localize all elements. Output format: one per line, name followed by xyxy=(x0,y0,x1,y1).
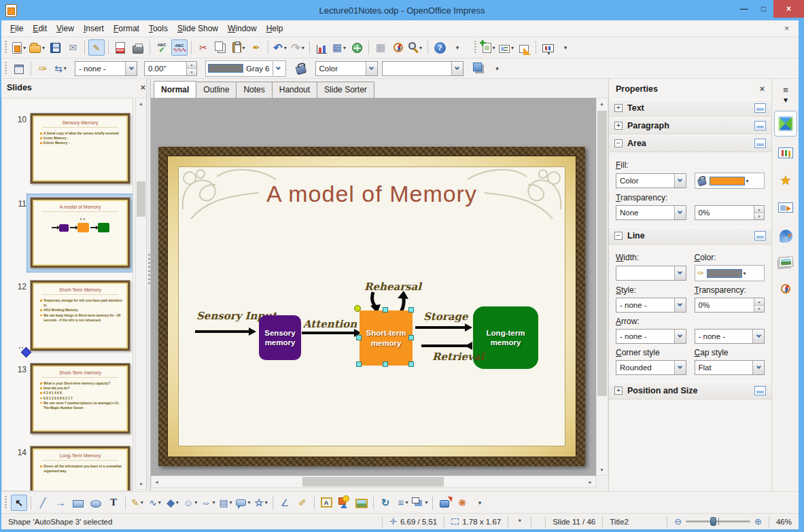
dropdown-arrow[interactable]: ▾ xyxy=(425,499,427,506)
spin-up-icon[interactable]: ▴ xyxy=(754,206,764,213)
chevron-down-icon[interactable] xyxy=(273,62,283,75)
section-area[interactable]: − Area xyxy=(609,135,771,152)
sensory-memory-box[interactable]: Sensory memory xyxy=(259,315,301,360)
copy-icon[interactable] xyxy=(213,39,229,56)
dropdown-arrow[interactable]: ▾ xyxy=(493,45,495,51)
toolbar-more-icon[interactable]: ▾ xyxy=(489,60,506,77)
selection-handle[interactable] xyxy=(356,335,362,340)
print-icon[interactable] xyxy=(130,39,146,56)
vertical-scrollbar[interactable]: ▴ ▾ xyxy=(596,98,608,476)
alignment-icon[interactable]: ≡▾ xyxy=(395,495,411,511)
dialog-launcher-icon[interactable] xyxy=(754,121,766,130)
toolbar-more-icon[interactable]: ▾ xyxy=(472,495,488,511)
chevron-down-icon[interactable] xyxy=(366,62,377,75)
rotate-icon[interactable]: ↻ xyxy=(377,495,394,511)
expand-icon[interactable]: + xyxy=(614,104,623,112)
dropdown-arrow[interactable]: ▾ xyxy=(511,45,514,51)
gallery-tab[interactable] xyxy=(774,251,797,272)
dropdown-arrow[interactable]: ▾ xyxy=(343,45,346,51)
slide-canvas[interactable]: A model of Memory Sensory Input Sensory … xyxy=(151,98,596,476)
minimize-button[interactable]: — xyxy=(734,0,754,18)
zoom-icon[interactable]: ▾ xyxy=(408,39,424,56)
custom-animation-tab[interactable]: ★ xyxy=(774,169,797,191)
chevron-down-icon[interactable] xyxy=(674,330,686,343)
email-icon[interactable]: ✉ xyxy=(65,39,81,56)
slide-thumbnail-14[interactable]: 14 Long-Term Memory Stores all the infor… xyxy=(2,446,133,491)
menu-insert[interactable]: Insert xyxy=(79,21,109,36)
scroll-down-icon[interactable]: ▾ xyxy=(136,479,146,489)
scrollbar-thumb[interactable] xyxy=(597,111,607,396)
chevron-down-icon[interactable] xyxy=(451,62,463,75)
close-button[interactable]: × xyxy=(773,0,804,18)
dialog-launcher-icon[interactable] xyxy=(754,386,766,395)
shadow-icon[interactable] xyxy=(472,60,488,77)
transparency-stepper[interactable]: 0% ▴▾ xyxy=(695,205,765,220)
tab-handout[interactable]: Handout xyxy=(272,82,317,98)
spin-up-icon[interactable]: ▴ xyxy=(754,298,764,305)
arrow-storage[interactable] xyxy=(415,323,472,332)
text-icon[interactable]: T xyxy=(105,495,122,511)
dropdown-arrow[interactable]: ▾ xyxy=(141,499,143,506)
properties-tab[interactable] xyxy=(774,111,797,137)
line-width-select[interactable] xyxy=(616,266,686,281)
dropdown-arrow[interactable]: ▾ xyxy=(212,499,215,506)
edit-file-icon[interactable]: ✎ xyxy=(88,39,105,56)
slide-thumbnail-13[interactable]: 13 Short-Term memory What is your Short-… xyxy=(2,363,133,438)
line-dialog-icon[interactable]: ✑ xyxy=(35,60,51,77)
rectangle-icon[interactable] xyxy=(70,495,86,511)
fontwork-icon[interactable]: A xyxy=(318,495,334,511)
selection-handle[interactable] xyxy=(408,307,414,313)
selection-handle[interactable] xyxy=(356,361,362,367)
line-style-select[interactable]: - none - xyxy=(75,61,137,76)
dialog-launcher-icon[interactable] xyxy=(754,103,766,113)
chevron-down-icon[interactable] xyxy=(752,330,764,343)
slide-layout-icon[interactable]: ▾ xyxy=(498,39,514,56)
zoom-track[interactable] xyxy=(686,520,750,522)
slide-thumbnail-12[interactable]: 12 Short-Term Memory Temporary storage f… xyxy=(2,281,133,355)
basic-shapes-icon[interactable]: ◆▾ xyxy=(164,495,181,511)
arrow-icon[interactable]: → xyxy=(52,495,69,511)
zoom-in-icon[interactable]: ⊕ xyxy=(754,516,762,527)
dialog-launcher-icon[interactable] xyxy=(754,231,766,241)
chevron-down-icon[interactable] xyxy=(752,361,764,374)
dropdown-arrow[interactable]: ▾ xyxy=(419,45,422,51)
scroll-right-icon[interactable]: ▸ xyxy=(585,477,595,487)
fill-color-select[interactable] xyxy=(382,61,464,76)
start-slideshow-icon[interactable] xyxy=(540,39,556,56)
spelling-icon[interactable]: ABC✓ xyxy=(154,39,170,56)
spin-down-icon[interactable]: ▾ xyxy=(187,68,196,75)
format-paintbrush-icon[interactable]: ✒ xyxy=(248,39,264,56)
tab-notes[interactable]: Notes xyxy=(236,82,272,98)
zoom-thumb[interactable] xyxy=(710,517,716,526)
edit-points-icon[interactable]: ∠ xyxy=(277,495,293,511)
effects-tab[interactable]: ✦ xyxy=(774,224,797,245)
tab-outline[interactable]: Outline xyxy=(196,82,237,98)
chevron-down-icon[interactable] xyxy=(674,266,686,280)
master-pages-tab[interactable] xyxy=(774,142,797,164)
toolbar-grip[interactable] xyxy=(3,41,8,54)
export-pdf-icon[interactable]: PDF xyxy=(112,39,128,56)
label-storage[interactable]: Storage xyxy=(423,311,468,323)
zoom-out-icon[interactable]: ⊖ xyxy=(674,516,682,527)
spin-down-icon[interactable]: ▾ xyxy=(754,305,764,313)
toolbar-grip[interactable] xyxy=(3,496,8,510)
slides-panel-close-icon[interactable]: × xyxy=(141,83,145,92)
dropdown-arrow[interactable]: ▾ xyxy=(158,499,161,506)
maximize-button[interactable]: □ xyxy=(754,0,773,18)
slide[interactable]: A model of Memory Sensory Input Sensory … xyxy=(158,147,585,466)
section-text[interactable]: + Text xyxy=(609,99,771,117)
dropdown-arrow[interactable]: ▾ xyxy=(194,499,197,506)
section-position-size[interactable]: + Position and Size xyxy=(609,382,771,400)
dialog-launcher-icon[interactable] xyxy=(754,139,766,148)
menu-format[interactable]: Format xyxy=(109,21,144,36)
line-style-select[interactable]: - none - xyxy=(616,298,686,313)
navigator-icon[interactable] xyxy=(390,39,406,56)
transparency-type-select[interactable]: None xyxy=(616,205,686,220)
slide-title[interactable]: A model of Memory xyxy=(158,181,585,207)
horizontal-scrollbar[interactable]: ◂ ▸ xyxy=(151,476,596,488)
fill-type-select[interactable]: Color xyxy=(616,173,686,188)
glue-points-icon[interactable]: ✐ xyxy=(294,495,311,511)
stars-icon[interactable]: ☆▾ xyxy=(253,495,269,511)
dropdown-arrow[interactable]: ▾ xyxy=(302,45,304,51)
shapes-gallery-icon[interactable] xyxy=(336,495,352,511)
